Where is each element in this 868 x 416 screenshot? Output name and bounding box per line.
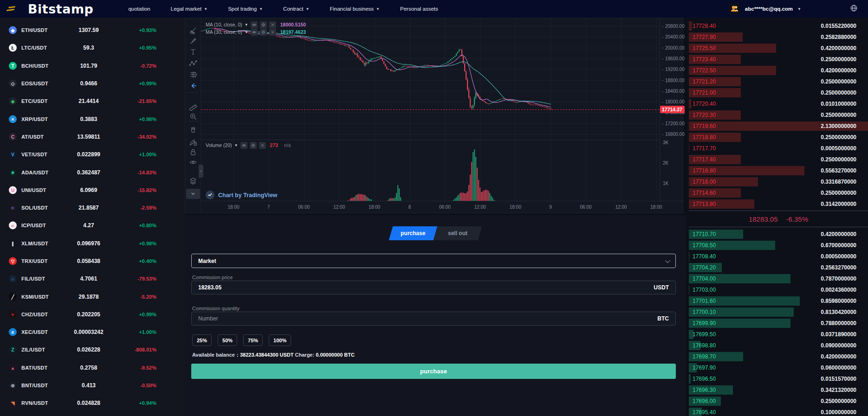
pane-divider[interactable] [201, 140, 660, 140]
ask-row[interactable]: 17719.602.1300000000 [689, 121, 868, 132]
order-type-select[interactable]: Market [191, 254, 676, 268]
bid-row[interactable]: 17696.500.0151570000 [689, 373, 868, 384]
user-avatar-icon[interactable] [728, 3, 740, 15]
ma10-caret-icon[interactable]: ▼ [245, 23, 248, 27]
bid-row[interactable]: 17695.400.1000000000 [689, 407, 868, 416]
ma30-settings-gear-icon[interactable] [260, 29, 267, 36]
watchlist-row-icp[interactable]: ∞ICP/USDT4.27+0.80% [0, 217, 185, 234]
bid-row[interactable]: 17696.000.2500000000 [689, 396, 868, 407]
menu-item-personal-assets[interactable]: Personal assets [400, 6, 438, 12]
ask-row[interactable]: 17716.000.3316870000 [689, 176, 868, 187]
text-tool-icon[interactable] [188, 47, 198, 57]
watchlist-row-xrp[interactable]: ×XRP/USDT0.3883+0.98% [0, 110, 185, 128]
mid-price-row[interactable]: 18283.05 -6.35% [689, 211, 868, 227]
ask-row[interactable]: 17727.900.2582880000 [689, 32, 868, 43]
hamburger-menu-icon[interactable] [6, 5, 18, 13]
percent-100-button[interactable]: 100% [269, 334, 291, 346]
watchlist-row-zil[interactable]: ZZIL/USDT0.026228-808.01% [0, 341, 185, 358]
draw-lock-tool-icon[interactable] [188, 137, 198, 147]
watchlist-row-ltc[interactable]: ŁLTC/USDT59.3+0.95% [0, 39, 185, 57]
magnet-tool-icon[interactable] [188, 126, 198, 136]
ask-row[interactable]: 17722.500.4200000000 [689, 65, 868, 76]
forecast-tool-icon[interactable] [188, 70, 198, 80]
user-email[interactable]: abc****bc@qq.com [745, 6, 793, 12]
ma10-close-icon[interactable] [269, 21, 276, 28]
watchlist-row-at[interactable]: CAT/USDT13.59811-34.02% [0, 128, 185, 146]
bid-row[interactable]: 17698.800.0900000000 [689, 340, 868, 351]
bid-row[interactable]: 17698.700.4200000000 [689, 351, 868, 362]
watchlist-collapse-handle[interactable]: ‹ [199, 165, 203, 178]
percent-50-button[interactable]: 50% [218, 334, 237, 346]
ask-row[interactable]: 17720.400.0101000000 [689, 98, 868, 109]
ruler-tool-icon[interactable] [188, 101, 198, 111]
watchlist-row-ksm[interactable]: ╱KSM/USDT29.1878-5.20% [0, 288, 185, 305]
volume-settings-gear-icon[interactable] [250, 142, 257, 149]
volume-eye-icon[interactable] [240, 142, 247, 149]
watchlist-row-chz[interactable]: ♥CHZ/USDT0.202205+0.99% [0, 306, 185, 323]
menu-item-spot-trading[interactable]: Spot trading▼ [228, 6, 263, 12]
bid-row[interactable]: 17710.700.4200000000 [689, 229, 868, 240]
bid-row[interactable]: 17701.600.8598000000 [689, 295, 868, 307]
menu-item-quotation[interactable]: quotation [128, 6, 150, 12]
chevron-down-icon[interactable] [186, 189, 200, 199]
ask-row[interactable]: 17721.200.2500000000 [689, 76, 868, 87]
watchlist-row-xec[interactable]: eXEC/USDT0.00003242+1.00% [0, 323, 185, 341]
watchlist-row-fil[interactable]: ∴FIL/USDT4.7061-79.53% [0, 270, 185, 288]
watchlist-row-etc[interactable]: ◆ETC/USDT21.4414-21.65% [0, 92, 185, 110]
ask-row[interactable]: 17717.400.2500000000 [689, 154, 868, 165]
ask-row[interactable]: 17716.800.5563270000 [689, 165, 868, 176]
bid-row[interactable]: 17697.900.0600000000 [689, 362, 868, 373]
watchlist-row-bch[interactable]: TBCH/USDT101.79-0.72% [0, 57, 185, 75]
collapse-left-icon[interactable] [188, 81, 198, 91]
eye-tool-icon[interactable] [188, 157, 198, 167]
bid-row[interactable]: 17696.300.3421320000 [689, 384, 868, 396]
lock-tool-icon[interactable] [188, 147, 198, 157]
watchlist-row-eth[interactable]: ◆ETH/USDT1307.59+0.93% [0, 21, 185, 39]
tab-purchase[interactable]: purchase [389, 226, 438, 240]
menu-item-legal-market[interactable]: Legal market▼ [171, 6, 207, 12]
watchlist-row-eos[interactable]: ◇EOS/USDT0.9466+0.99% [0, 75, 185, 92]
menu-item-financial-business[interactable]: Financial business▼ [330, 6, 380, 12]
price-chart-canvas[interactable] [201, 18, 660, 201]
user-menu-caret-icon[interactable]: ▼ [797, 7, 801, 11]
bid-row[interactable]: 17699.500.0371890000 [689, 329, 868, 340]
percent-25-button[interactable]: 25% [192, 334, 212, 346]
bid-row[interactable]: 17708.500.6700000000 [689, 240, 868, 251]
crosshair-tool-icon[interactable] [188, 26, 198, 36]
tradingview-attribution[interactable]: Chart by TradingView [206, 191, 278, 199]
volume-close-icon[interactable] [259, 142, 266, 149]
tab-sell-out[interactable]: sell out [434, 226, 482, 240]
ask-row[interactable]: 17720.300.2500000000 [689, 109, 868, 121]
layers-tool-icon[interactable] [188, 176, 198, 186]
ask-row[interactable]: 17718.800.2500000000 [689, 132, 868, 143]
watchlist-row-rvn[interactable]: ◥RVN/USDT0.024828+0.94% [0, 394, 185, 412]
language-globe-icon[interactable] [850, 4, 858, 14]
ask-row[interactable]: 17723.400.2500000000 [689, 54, 868, 65]
ma30-close-icon[interactable] [269, 29, 276, 36]
zoom-in-tool-icon[interactable] [188, 111, 198, 122]
percent-75-button[interactable]: 75% [243, 334, 263, 346]
bid-row[interactable]: 17704.200.2563270000 [689, 262, 868, 273]
menu-item-contract[interactable]: Contract▼ [283, 6, 309, 12]
purchase-submit-button[interactable]: purchase [191, 364, 676, 379]
ask-row[interactable]: 17713.800.3142000000 [689, 198, 868, 210]
ask-row[interactable]: 17717.700.0005000000 [689, 143, 868, 154]
watchlist-row-vet[interactable]: VVET/USDT0.022899+1.00% [0, 146, 185, 163]
ma30-caret-icon[interactable]: ▼ [245, 30, 248, 34]
ask-row[interactable]: 17725.500.4200000000 [689, 43, 868, 54]
ma10-settings-gear-icon[interactable] [260, 21, 267, 28]
bid-row[interactable]: 17700.100.8130420000 [689, 307, 868, 318]
ma30-eye-icon[interactable] [251, 29, 258, 36]
ask-row[interactable]: 17714.600.2500000000 [689, 187, 868, 198]
commission-price-input[interactable] [198, 284, 654, 291]
watchlist-row-bnt[interactable]: ⊛BNT/USDT0.413-0.50% [0, 377, 185, 394]
time-axis[interactable]: 18:00706:0012:0018:00806:0012:0018:00906… [201, 201, 684, 213]
commission-quantity-input[interactable] [198, 315, 657, 322]
ma10-eye-icon[interactable] [251, 21, 258, 28]
watchlist-row-sol[interactable]: ≡SOL/USDT21.8587-2.59% [0, 199, 185, 217]
price-axis[interactable]: 17714.37 20800.0020400.0020000.0019600.0… [660, 18, 684, 201]
watchlist-row-bat[interactable]: ▲BAT/USDT0.2758-9.52% [0, 359, 185, 377]
watchlist-row-ada[interactable]: ✳ADA/USDT0.362487-14.83% [0, 163, 185, 181]
bid-row[interactable]: 17708.400.0005000000 [689, 251, 868, 262]
brush-tool-icon[interactable] [188, 36, 198, 46]
